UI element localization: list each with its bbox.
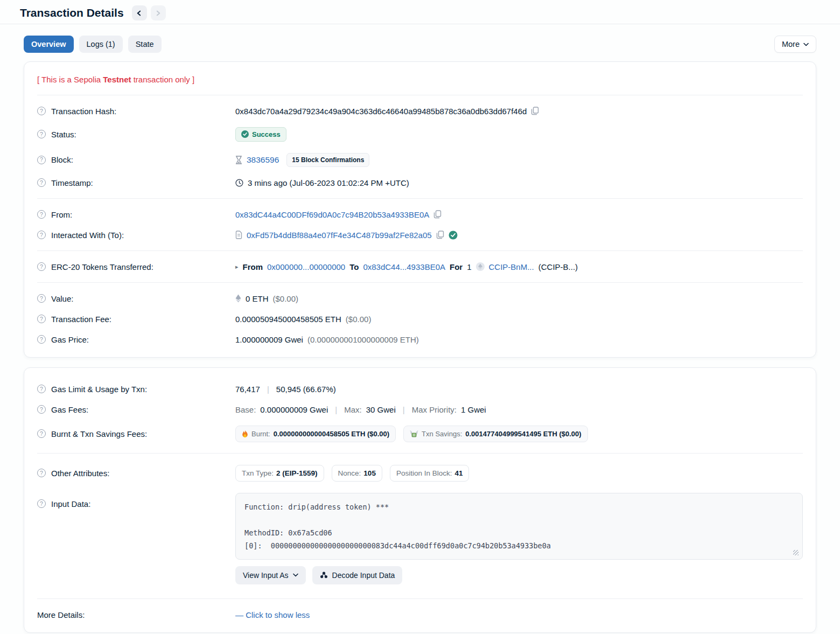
value-amount: 0 ETH bbox=[246, 294, 269, 303]
resize-handle-icon[interactable] bbox=[793, 550, 799, 555]
gas-price-row: ? Gas Price: 1.000000009 Gwei (0.0000000… bbox=[37, 329, 803, 350]
hourglass-icon bbox=[235, 156, 242, 164]
transaction-fee-row: ? Transaction Fee: 0.000050945000458505 … bbox=[37, 309, 803, 329]
transaction-fee-label: Transaction Fee: bbox=[51, 315, 111, 324]
chevron-down-icon bbox=[803, 43, 809, 46]
token-name-link[interactable]: CCIP-BnM... bbox=[489, 262, 534, 271]
other-attributes-row: ? Other Attributes: Txn Type: 2 (EIP-155… bbox=[37, 459, 803, 487]
chevron-left-icon bbox=[136, 10, 142, 16]
show-less-link[interactable]: — Click to show less bbox=[235, 610, 310, 619]
eth-diamond-icon bbox=[235, 294, 241, 303]
burnt-savings-row: ? Burnt & Txn Savings Fees: Burnt: 0.000… bbox=[37, 420, 803, 448]
gas-price-amount: 1.000000009 Gwei bbox=[235, 335, 303, 344]
clock-icon bbox=[235, 179, 243, 187]
overview-card: [ This is a Sepolia Testnet transaction … bbox=[24, 61, 816, 358]
money-wings-icon bbox=[410, 430, 418, 437]
next-transaction-button[interactable] bbox=[151, 5, 166, 20]
transfer-from-link[interactable]: 0x000000...00000000 bbox=[267, 262, 345, 271]
help-icon[interactable]: ? bbox=[37, 156, 46, 164]
max-priority-fee-label: Max Priority: bbox=[412, 405, 457, 414]
tab-overview[interactable]: Overview bbox=[24, 36, 74, 53]
decode-icon bbox=[320, 571, 328, 579]
gas-limit-row: ? Gas Limit & Usage by Txn: 76,417 | 50,… bbox=[37, 379, 803, 399]
input-data-textarea[interactable]: Function: drip(address token) *** Method… bbox=[235, 493, 803, 560]
status-label: Status: bbox=[51, 130, 76, 139]
status-badge: Success bbox=[235, 127, 286, 142]
page-header: Transaction Details bbox=[0, 0, 840, 24]
help-icon[interactable]: ? bbox=[37, 385, 46, 393]
value-label: Value: bbox=[51, 294, 73, 303]
caret-right-icon: ▸ bbox=[235, 263, 239, 270]
transfer-from-label: From bbox=[243, 262, 263, 271]
more-details-label: More Details: bbox=[37, 610, 85, 619]
help-icon[interactable]: ? bbox=[37, 405, 46, 414]
testnet-warning: [ This is a Sepolia Testnet transaction … bbox=[37, 73, 803, 89]
block-number-link[interactable]: 3836596 bbox=[247, 155, 279, 165]
help-icon[interactable]: ? bbox=[37, 210, 46, 219]
help-icon[interactable]: ? bbox=[37, 231, 46, 239]
max-fee-value: 30 Gwei bbox=[366, 405, 396, 414]
testnet-warning-suffix: transaction only ] bbox=[131, 75, 195, 84]
divider bbox=[37, 198, 803, 199]
burnt-label: Burnt: bbox=[251, 430, 270, 438]
txn-type-badge: Txn Type: 2 (EIP-1559) bbox=[235, 465, 324, 482]
token-symbol: (CCIP-B...) bbox=[538, 262, 578, 271]
burnt-fee-badge: Burnt: 0.000000000000458505 ETH ($0.00) bbox=[235, 426, 396, 442]
divider bbox=[37, 250, 803, 251]
help-icon[interactable]: ? bbox=[37, 107, 46, 115]
tab-logs[interactable]: Logs (1) bbox=[79, 36, 123, 53]
gas-fees-label: Gas Fees: bbox=[51, 405, 88, 414]
nonce-key: Nonce: bbox=[338, 469, 361, 477]
max-priority-fee-value: 1 Gwei bbox=[461, 405, 486, 414]
gas-used-value: 50,945 (66.67%) bbox=[276, 385, 336, 394]
chevron-right-icon bbox=[155, 10, 161, 16]
txn-type-value: 2 (EIP-1559) bbox=[276, 469, 318, 477]
help-icon[interactable]: ? bbox=[37, 315, 46, 323]
copy-from-address-button[interactable] bbox=[433, 210, 442, 219]
more-details-row: More Details: — Click to show less bbox=[37, 604, 803, 625]
divider bbox=[37, 598, 803, 599]
gas-price-label: Gas Price: bbox=[51, 335, 89, 344]
view-input-as-button[interactable]: View Input As bbox=[235, 566, 306, 584]
help-icon[interactable]: ? bbox=[37, 469, 46, 477]
interacted-with-address-link[interactable]: 0xFd57b4ddBf88a4e07fF4e34C487b99af2Fe82a… bbox=[247, 231, 432, 240]
verified-check-icon bbox=[449, 231, 458, 240]
decode-input-data-button[interactable]: Decode Input Data bbox=[312, 566, 403, 584]
from-address-link[interactable]: 0x83dC44a4C00DFf69d0A0c7c94B20b53a4933BE… bbox=[235, 210, 429, 219]
more-button-label: More bbox=[782, 40, 800, 48]
transfer-to-link[interactable]: 0x83dC44...4933BE0A bbox=[363, 262, 445, 271]
block-label: Block: bbox=[51, 155, 73, 164]
other-attributes-label: Other Attributes: bbox=[51, 469, 109, 478]
transaction-fee-usd: ($0.00) bbox=[346, 315, 372, 324]
tabs-bar: Overview Logs (1) State More bbox=[0, 24, 840, 61]
more-button[interactable]: More bbox=[774, 36, 816, 53]
input-data-row: ? Input Data: Function: drip(address tok… bbox=[37, 487, 803, 590]
help-icon[interactable]: ? bbox=[37, 335, 46, 344]
timestamp-value: 3 mins ago (Jul-06-2023 01:02:24 PM +UTC… bbox=[248, 178, 409, 187]
copy-to-address-button[interactable] bbox=[436, 231, 444, 239]
check-circle-icon bbox=[241, 130, 249, 138]
separator: | bbox=[400, 405, 408, 414]
chevron-down-icon bbox=[293, 573, 298, 577]
txn-savings-value: 0.001477404999541495 ETH ($0.00) bbox=[465, 430, 581, 438]
divider bbox=[37, 453, 803, 454]
help-icon[interactable]: ? bbox=[37, 429, 46, 438]
interacted-with-row: ? Interacted With (To): 0xFd57b4ddBf88a4… bbox=[37, 225, 803, 245]
tab-state[interactable]: State bbox=[128, 36, 162, 53]
previous-transaction-button[interactable] bbox=[132, 5, 147, 20]
copy-hash-button[interactable] bbox=[531, 107, 539, 115]
transaction-hash-row: ? Transaction Hash: 0x843dc70a4a29d79234… bbox=[37, 101, 803, 121]
transfer-amount: 1 bbox=[467, 262, 471, 271]
help-icon[interactable]: ? bbox=[37, 262, 46, 271]
contract-document-icon bbox=[235, 231, 242, 239]
transaction-fee-amount: 0.000050945000458505 ETH bbox=[235, 315, 341, 324]
from-label: From: bbox=[51, 210, 72, 219]
separator: | bbox=[264, 385, 272, 394]
position-in-block-badge: Position In Block: 41 bbox=[390, 465, 470, 482]
help-icon[interactable]: ? bbox=[37, 294, 46, 303]
help-icon[interactable]: ? bbox=[37, 130, 46, 138]
txn-savings-label: Txn Savings: bbox=[422, 430, 462, 438]
help-icon[interactable]: ? bbox=[37, 178, 46, 187]
help-icon[interactable]: ? bbox=[37, 499, 46, 508]
block-row: ? Block: 3836596 15 Block Confirmations bbox=[37, 147, 803, 172]
